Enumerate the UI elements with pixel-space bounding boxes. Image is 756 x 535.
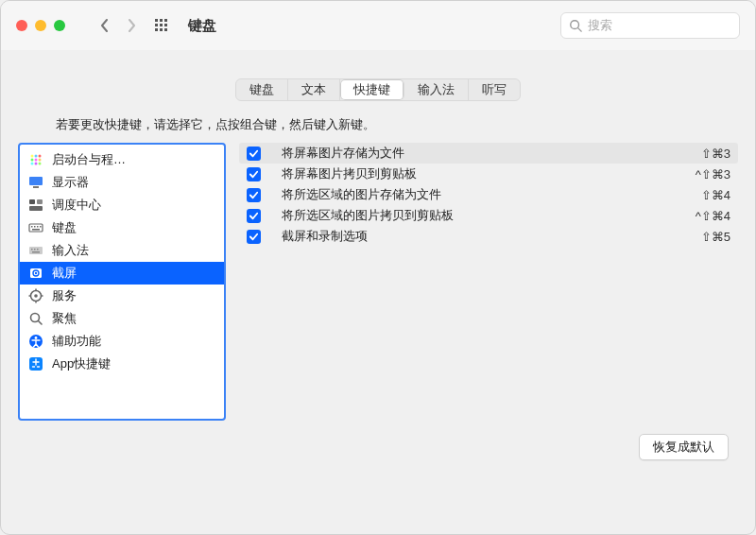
tab-shortcuts[interactable]: 快捷键 xyxy=(340,79,404,100)
tab-keyboard[interactable]: 键盘 xyxy=(236,79,288,100)
shortcut-label: 将屏幕图片拷贝到剪贴板 xyxy=(282,165,696,182)
svg-rect-24 xyxy=(29,206,43,211)
keyboard-icon xyxy=(27,220,44,235)
shortcut-keys[interactable]: ⇧⌘4 xyxy=(701,188,730,202)
svg-point-19 xyxy=(39,163,42,165)
svg-rect-31 xyxy=(29,247,43,254)
sidebar-item-app-shortcuts[interactable]: App快捷键 xyxy=(20,353,224,375)
shortcut-keys[interactable]: ⇧⌘3 xyxy=(701,147,730,161)
svg-rect-32 xyxy=(31,249,33,250)
shortcut-label: 将所选区域的图片拷贝到剪贴板 xyxy=(282,207,696,224)
svg-rect-21 xyxy=(33,186,39,188)
window-title: 键盘 xyxy=(188,17,216,35)
shortcut-row[interactable]: 截屏和录制选项 ⇧⌘5 xyxy=(239,226,738,247)
svg-point-40 xyxy=(34,294,38,298)
shortcut-keys[interactable]: ⇧⌘5 xyxy=(701,230,730,244)
svg-rect-26 xyxy=(31,226,33,228)
shortcut-row[interactable]: 将屏幕图片拷贝到剪贴板 ^⇧⌘3 xyxy=(239,164,738,184)
minimize-window-button[interactable] xyxy=(35,20,46,31)
sidebar-item-keyboard[interactable]: 键盘 xyxy=(20,216,224,239)
tab-input[interactable]: 输入法 xyxy=(404,79,469,100)
sidebar-item-label: 输入法 xyxy=(52,242,89,259)
shortcut-checkbox[interactable] xyxy=(247,230,261,244)
svg-rect-29 xyxy=(40,226,42,228)
svg-point-13 xyxy=(39,155,42,158)
svg-line-46 xyxy=(39,321,43,325)
search-icon xyxy=(569,19,582,32)
launchpad-icon xyxy=(27,152,44,167)
sidebar-item-screenshot[interactable]: 截屏 xyxy=(20,262,224,285)
display-icon xyxy=(27,175,44,190)
svg-point-18 xyxy=(35,163,38,165)
shortcut-label: 将所选区域的图片存储为文件 xyxy=(282,186,701,203)
shortcut-row[interactable]: 将所选区域的图片存储为文件 ⇧⌘4 xyxy=(239,184,738,205)
shortcut-list: 将屏幕图片存储为文件 ⇧⌘3 将屏幕图片拷贝到剪贴板 ^⇧⌘3 将所选区域的图片… xyxy=(239,143,738,421)
mission-control-icon xyxy=(27,198,44,213)
svg-rect-6 xyxy=(155,28,158,31)
svg-rect-3 xyxy=(155,24,158,26)
svg-rect-22 xyxy=(29,199,35,204)
svg-point-11 xyxy=(31,155,34,158)
svg-point-38 xyxy=(35,272,37,274)
tabs-row: 键盘 文本 快捷键 输入法 听写 xyxy=(1,50,755,116)
gear-icon xyxy=(27,288,44,303)
sidebar-item-services[interactable]: 服务 xyxy=(20,285,224,307)
sidebar-item-accessibility[interactable]: 辅助功能 xyxy=(20,330,224,353)
sidebar-item-label: 调度中心 xyxy=(52,197,101,214)
svg-rect-25 xyxy=(29,224,43,232)
svg-rect-27 xyxy=(34,226,36,228)
search-input[interactable]: 搜索 xyxy=(560,12,740,39)
svg-rect-33 xyxy=(34,249,36,250)
sidebar-item-label: 启动台与程… xyxy=(52,151,126,168)
shortcut-checkbox[interactable] xyxy=(247,167,261,181)
shortcut-checkbox[interactable] xyxy=(247,188,261,202)
svg-point-12 xyxy=(35,155,38,158)
svg-point-48 xyxy=(35,337,38,339)
shortcut-row[interactable]: 将所选区域的图片拷贝到剪贴板 ^⇧⌘4 xyxy=(239,205,738,226)
shortcut-keys[interactable]: ^⇧⌘3 xyxy=(696,167,730,181)
instruction-text: 若要更改快捷键，请选择它，点按组合键，然后键入新键。 xyxy=(1,116,755,143)
svg-rect-0 xyxy=(155,19,158,22)
window-titlebar: 键盘 搜索 xyxy=(1,1,755,50)
input-sources-icon xyxy=(27,243,44,258)
accessibility-icon xyxy=(27,334,44,349)
svg-point-15 xyxy=(35,159,38,162)
svg-rect-1 xyxy=(160,19,163,22)
shortcut-keys[interactable]: ^⇧⌘4 xyxy=(696,209,730,223)
svg-rect-34 xyxy=(37,249,39,250)
back-button[interactable] xyxy=(92,12,118,39)
shortcut-checkbox[interactable] xyxy=(247,209,261,223)
svg-rect-20 xyxy=(29,177,43,185)
shortcut-label: 截屏和录制选项 xyxy=(282,228,701,245)
sidebar-item-label: 辅助功能 xyxy=(52,333,101,350)
sidebar-item-display[interactable]: 显示器 xyxy=(20,171,224,194)
tab-dictation[interactable]: 听写 xyxy=(469,79,520,100)
sidebar-item-mission-control[interactable]: 调度中心 xyxy=(20,194,224,216)
footer: 恢复成默认 xyxy=(1,421,755,460)
shortcut-label: 将屏幕图片存储为文件 xyxy=(282,145,701,162)
show-all-icon[interactable] xyxy=(154,18,169,33)
svg-rect-4 xyxy=(160,24,163,26)
sidebar-item-input-sources[interactable]: 输入法 xyxy=(20,239,224,262)
sidebar-item-spotlight[interactable]: 聚焦 xyxy=(20,307,224,330)
traffic-lights xyxy=(16,20,65,31)
app-store-icon xyxy=(27,356,44,371)
svg-rect-28 xyxy=(37,226,39,228)
shortcut-checkbox[interactable] xyxy=(247,147,261,161)
svg-rect-23 xyxy=(37,199,43,204)
tab-text[interactable]: 文本 xyxy=(288,79,340,100)
close-window-button[interactable] xyxy=(16,20,27,31)
shortcut-row[interactable]: 将屏幕图片存储为文件 ⇧⌘3 xyxy=(239,143,738,164)
svg-rect-8 xyxy=(164,28,167,31)
sidebar-item-label: 键盘 xyxy=(52,219,77,236)
svg-rect-7 xyxy=(160,28,163,31)
sidebar-item-launchpad[interactable]: 启动台与程… xyxy=(20,148,224,171)
sidebar-item-label: 显示器 xyxy=(52,174,89,191)
svg-point-17 xyxy=(31,163,34,165)
main-area: 启动台与程… 显示器 调度中心 键盘 输入法 截屏 服务 聚焦 xyxy=(1,143,755,421)
sidebar-item-label: 截屏 xyxy=(52,265,77,282)
restore-defaults-button[interactable]: 恢复成默认 xyxy=(639,434,729,460)
forward-button[interactable] xyxy=(118,12,145,39)
screenshot-icon xyxy=(27,266,44,281)
zoom-window-button[interactable] xyxy=(54,20,65,31)
